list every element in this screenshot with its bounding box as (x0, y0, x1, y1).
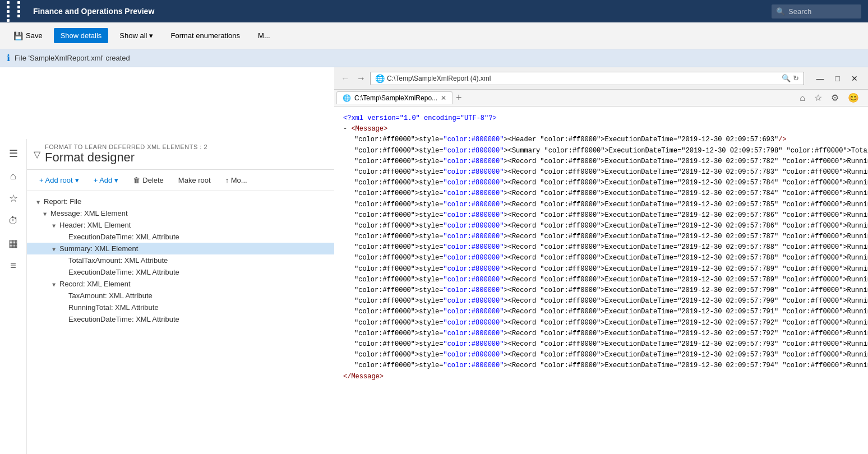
refresh-icon[interactable]: ↻ (793, 74, 799, 82)
minimize-button[interactable]: — (811, 72, 830, 85)
chevron-down-icon: ▾ (114, 176, 118, 184)
xml-closing-tag: </Message> (343, 372, 859, 382)
tree-item[interactable]: ExecutionDateTime: XML Attribute (27, 313, 334, 325)
xml-line: "color:#ff0000">style="color:#800000"><R… (343, 188, 859, 199)
xml-line: "color:#ff0000">style="color:#800000"><R… (343, 339, 859, 350)
delete-button[interactable]: 🗑 Delete (127, 173, 169, 187)
tree-item[interactable]: TotalTaxAmount: XML Attribute (27, 254, 334, 266)
tree-item-label: Record: XML Element (59, 280, 327, 288)
filter-icon[interactable]: ▽ (34, 149, 40, 160)
tree-item[interactable]: ◄Message: XML Element (27, 207, 334, 219)
tree-item-label: ExecutionDateTime: XML Attribute (68, 315, 327, 323)
more-button[interactable]: M... (251, 28, 277, 43)
xml-line: "color:#ff0000">style="color:#800000"><R… (343, 221, 859, 231)
xml-line: "color:#ff0000">style="color:#800000"><R… (343, 167, 859, 178)
search-wrapper: 🔍 (772, 4, 861, 18)
modules-icon[interactable]: ≡ (3, 256, 24, 276)
tree-item-label: RunningTotal: XML Attribute (68, 303, 327, 312)
search-input[interactable] (772, 4, 861, 18)
add-button[interactable]: + Add ▾ (88, 173, 124, 187)
xml-line: "color:#ff0000">style="color:#800000"><S… (343, 146, 859, 156)
move-button[interactable]: ↑ Mo... (220, 173, 253, 187)
star-btn[interactable]: ☆ (812, 91, 824, 104)
workspace-icon[interactable]: ▦ (3, 233, 24, 253)
close-button[interactable]: ✕ (846, 72, 864, 85)
tree-item-label: Message: XML Element (50, 209, 327, 217)
format-area: ▽ FORMAT TO LEARN DEFERRED XML ELEMENTS … (27, 139, 334, 454)
info-message: File 'SampleXmlReport.xml' created (15, 54, 130, 62)
tree-item[interactable]: ExecutionDateTime: XML Attribute (27, 266, 334, 278)
show-details-button[interactable]: Show details (54, 28, 109, 43)
tree-item[interactable]: TaxAmount: XML Attribute (27, 290, 334, 302)
tree-item-label: TotalTaxAmount: XML Attribute (68, 256, 327, 265)
win-controls: — □ ✕ (811, 72, 864, 85)
favorites-icon[interactable]: ☆ (3, 188, 24, 209)
format-subtitle: FORMAT TO LEARN DEFERRED XML ELEMENTS : … (45, 143, 327, 150)
xml-line: "color:#ff0000">style="color:#800000"><R… (343, 156, 859, 167)
tree-item-label: ExecutionDateTime: XML Attribute (68, 268, 327, 276)
browser-icon: 🌐 (375, 74, 385, 83)
format-toolbar: ▽ FORMAT TO LEARN DEFERRED XML ELEMENTS … (27, 139, 334, 170)
tree-item[interactable]: ExecutionDateTime: XML Attribute (27, 231, 334, 243)
browser-bar: ← → 🌐 C:\Temp\SampleXmlReport (4).xml 🔍 … (334, 67, 868, 90)
tree-area: ◄Report: File◄Message: XML Element◄Heade… (27, 191, 334, 454)
xml-line: "color:#ff0000">style="color:#800000"><R… (343, 328, 859, 339)
xml-line: "color:#ff0000">style="color:#800000"><R… (343, 231, 859, 242)
trash-icon: 🗑 (133, 176, 140, 184)
tree-collapse-icon: ◄ (50, 280, 57, 288)
xml-line: "color:#ff0000">style="color:#800000"><R… (343, 307, 859, 317)
xml-line: "color:#ff0000">style="color:#800000"><H… (343, 135, 859, 145)
tree-item[interactable]: ◄Report: File (27, 196, 334, 207)
xml-line: "color:#ff0000">style="color:#800000"><R… (343, 360, 859, 371)
xml-line: "color:#ff0000">style="color:#800000"><R… (343, 253, 859, 263)
xml-line: "color:#ff0000">style="color:#800000"><R… (343, 200, 859, 210)
tree-item[interactable]: ◄Summary: XML Element (27, 243, 334, 254)
recent-icon[interactable]: ⏱ (3, 211, 24, 231)
format-enumerations-button[interactable]: Format enumerations (164, 28, 247, 43)
address-bar: 🌐 C:\Temp\SampleXmlReport (4).xml 🔍 ↻ (370, 72, 804, 85)
search-icon: 🔍 (776, 7, 785, 16)
tree-item[interactable]: ◄Header: XML Element (27, 219, 334, 231)
xml-line: "color:#ff0000">style="color:#800000"><R… (343, 178, 859, 188)
chevron-down-icon: ▾ (75, 176, 79, 184)
main-content: ☰ ⌂ ☆ ⏱ ▦ ≡ ▽ FORMAT TO LEARN DEFERRED X… (0, 67, 868, 454)
show-all-button[interactable]: Show all ▾ (113, 28, 159, 43)
search-icon[interactable]: 🔍 (782, 74, 791, 82)
maximize-button[interactable]: □ (830, 72, 846, 85)
app-grid-menu[interactable] (7, 1, 26, 22)
format-title: Format designer (45, 150, 327, 165)
xml-line: "color:#ff0000">style="color:#800000"><R… (343, 285, 859, 296)
tree-collapse-icon: ◄ (50, 221, 57, 229)
make-root-button[interactable]: Make root (173, 173, 216, 187)
left-sidebar: ☰ ⌂ ☆ ⏱ ▦ ≡ (0, 139, 27, 454)
xml-viewer: <?xml version="1.0" encoding="UTF-8"?>- … (334, 106, 868, 454)
new-tab-button[interactable]: + (454, 92, 464, 104)
tab-icon: 🌐 (343, 94, 351, 102)
emoji-btn[interactable]: 😊 (846, 91, 861, 104)
forward-button[interactable]: → (354, 72, 368, 85)
tab-bar: 🌐 C:\Temp\SampleXmlRepo... ✕ + ⌂ ☆ ⚙ 😊 (334, 90, 868, 106)
address-text: C:\Temp\SampleXmlReport (4).xml (387, 75, 779, 82)
tree-item-label: Summary: XML Element (59, 244, 327, 253)
tree-collapse-icon: ◄ (35, 198, 41, 206)
xml-declaration: <?xml version="1.0" encoding="UTF-8"?> (343, 113, 859, 124)
xml-line: "color:#ff0000">style="color:#800000"><R… (343, 296, 859, 307)
app-title: Finance and Operations Preview (33, 7, 765, 16)
commandbar: 💾 Save Show details Show all ▾ Format en… (0, 22, 868, 49)
tab-1-label: C:\Temp\SampleXmlRepo... (354, 94, 437, 102)
hamburger-icon[interactable]: ☰ (3, 143, 24, 164)
add-root-button[interactable]: + Add root ▾ (34, 173, 85, 187)
tree-item-label: TaxAmount: XML Attribute (68, 291, 327, 300)
xml-line: - <Message> (343, 124, 859, 135)
format-title-section: FORMAT TO LEARN DEFERRED XML ELEMENTS : … (45, 143, 327, 165)
tree-item[interactable]: ◄Record: XML Element (27, 278, 334, 290)
xml-line: "color:#ff0000">style="color:#800000"><R… (343, 350, 859, 360)
tab-1-close[interactable]: ✕ (441, 94, 446, 102)
home-icon[interactable]: ⌂ (3, 166, 24, 186)
back-button[interactable]: ← (339, 72, 352, 85)
home-btn[interactable]: ⌂ (797, 92, 807, 104)
save-button[interactable]: 💾 Save (7, 28, 49, 44)
tab-1[interactable]: 🌐 C:\Temp\SampleXmlRepo... ✕ (336, 91, 453, 104)
settings-btn[interactable]: ⚙ (829, 91, 841, 104)
tree-item[interactable]: RunningTotal: XML Attribute (27, 302, 334, 313)
